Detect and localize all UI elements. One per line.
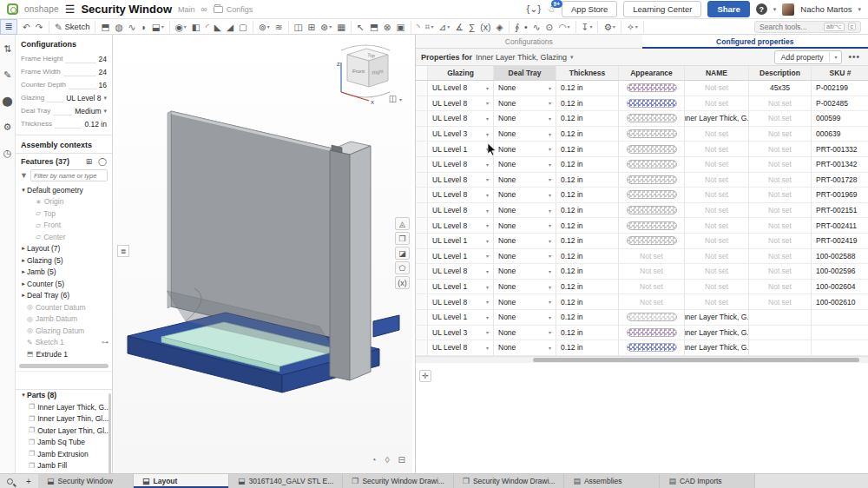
feature-list-flyout-icon[interactable]: ≣: [117, 245, 129, 257]
sku-cell[interactable]: 100-002604: [812, 280, 868, 294]
section-view-icon[interactable]: ◪: [395, 247, 410, 260]
learning-center-button[interactable]: Learning Center: [623, 1, 701, 17]
mirror-icon[interactable]: ◫: [293, 22, 305, 32]
cell-dropdown-caret-icon[interactable]: ▾: [549, 100, 551, 106]
face-pattern-icon[interactable]: ▦: [335, 22, 347, 32]
table-row[interactable]: UL Level 8▾None▾0.12 inNot setNot setP-0…: [416, 96, 868, 112]
appearance-cell[interactable]: Not set: [619, 294, 685, 309]
project-curve-icon[interactable]: ⊙: [544, 22, 556, 32]
cell-dropdown-caret-icon[interactable]: ▾: [549, 176, 551, 182]
draft-icon[interactable]: ◢: [225, 22, 235, 32]
tree-caret-icon[interactable]: ▾: [20, 187, 27, 194]
feature-list-toggle-button[interactable]: ≣: [0, 19, 17, 35]
cell-dropdown-caret-icon[interactable]: ▾: [549, 268, 551, 274]
thickness-cell[interactable]: 0.12 in: [556, 142, 619, 156]
glazing-cell[interactable]: UL Level 8▾: [428, 294, 494, 309]
name-cell[interactable]: Not set: [685, 96, 749, 111]
add-row-button[interactable]: ✛: [419, 370, 431, 382]
description-cell[interactable]: [749, 310, 812, 325]
appearance-cell[interactable]: [619, 340, 685, 355]
user-name[interactable]: Nacho Martos: [800, 4, 852, 14]
dropdown-caret-icon[interactable]: ▾: [613, 23, 615, 30]
column-header-deal-tray[interactable]: Deal Tray: [494, 66, 556, 80]
sku-cell[interactable]: PRT-001728: [812, 173, 868, 188]
part-list-item[interactable]: ❐Outer Layer Thin, Gl...: [16, 425, 112, 437]
dropdown-caret-icon[interactable]: ▾: [329, 23, 332, 30]
modify-fillet-icon[interactable]: ◝: [415, 22, 422, 32]
cell-dropdown-caret-icon[interactable]: ▾: [486, 238, 489, 244]
description-cell[interactable]: Not set: [749, 111, 812, 126]
table-row[interactable]: UL Level 8▾None▾0.12 inNot setNot setPRT…: [416, 157, 868, 173]
appearance-swatch[interactable]: [627, 145, 677, 154]
cell-dropdown-caret-icon[interactable]: ▾: [549, 208, 551, 214]
add-property-caret-icon[interactable]: ▾: [829, 52, 841, 62]
cell-dropdown-caret-icon[interactable]: ▾: [549, 146, 551, 152]
appearance-cell[interactable]: [619, 157, 685, 172]
thickness-cell[interactable]: 0.12 in: [556, 310, 619, 325]
description-cell[interactable]: Not set: [749, 127, 812, 142]
column-header-appearance[interactable]: Appearance: [619, 66, 685, 80]
table-row[interactable]: UL Level 1▾None▾0.12 inNot setNot setNot…: [416, 280, 868, 295]
cell-dropdown-caret-icon[interactable]: ▾: [549, 329, 551, 335]
row-handle[interactable]: [416, 234, 428, 248]
thickness-cell[interactable]: 0.12 in: [556, 203, 619, 218]
measure-icon[interactable]: ∡: [453, 22, 464, 32]
column-header-sku-[interactable]: SKU #: [812, 66, 868, 80]
sku-cell[interactable]: [812, 310, 868, 325]
feature-tree-item[interactable]: ▸Jamb (5): [16, 267, 112, 279]
table-row[interactable]: UL Level 8▾None▾0.12 inNot setNot setPRT…: [416, 188, 868, 203]
doc-tab-security-window-drawi-[interactable]: ❐Security Window Drawi...: [454, 474, 565, 488]
cell-dropdown-caret-icon[interactable]: ▾: [549, 192, 551, 198]
dropdown-caret-icon[interactable]: ▾: [635, 23, 638, 30]
mass-properties-icon[interactable]: ∑: [467, 22, 477, 32]
glazing-cell[interactable]: UL Level 8▾: [428, 340, 494, 355]
table-row[interactable]: UL Level 1▾None▾0.12 inNot setNot setPRT…: [416, 234, 868, 249]
param-value[interactable]: Medium▾: [75, 107, 107, 115]
dropdown-caret-icon[interactable]: ▾: [267, 23, 270, 30]
table-row[interactable]: UL Level 3▾None▾0.12 inNot setNot set000…: [416, 127, 868, 142]
table-row[interactable]: UL Level 1▾None▾0.12 inInner Layer Thick…: [416, 310, 868, 326]
appearance-cell[interactable]: Not set: [619, 264, 685, 279]
feature-tree-item[interactable]: ▱Center: [16, 231, 112, 243]
row-handle[interactable]: [416, 326, 428, 340]
cell-dropdown-caret-icon[interactable]: ▾: [486, 222, 489, 228]
part-list-item[interactable]: ❐Inner Layer Thin, Gl...: [16, 413, 112, 425]
appearance-cell[interactable]: [619, 127, 685, 142]
param-value[interactable]: 16: [99, 81, 107, 89]
column-header-glazing[interactable]: Glazing: [428, 66, 494, 80]
deal-tray-cell[interactable]: None▾: [494, 173, 556, 188]
sketch-icon[interactable]: ✎Sketch: [53, 22, 92, 32]
name-cell[interactable]: Not set: [685, 173, 749, 188]
cell-dropdown-caret-icon[interactable]: ▾: [486, 299, 489, 305]
thickness-cell[interactable]: 0.12 in: [556, 326, 619, 340]
table-row[interactable]: UL Level 8▾None▾0.12 inInner Layer Thick…: [416, 111, 868, 127]
name-cell[interactable]: Not set: [685, 249, 749, 264]
feature-tree-item[interactable]: ▸Deal Tray (6): [16, 290, 112, 302]
feature-tree-item[interactable]: ▸Layout (7): [16, 243, 112, 255]
deal-tray-cell[interactable]: None▾: [494, 203, 556, 218]
deal-tray-cell[interactable]: None▾: [494, 81, 556, 96]
description-cell[interactable]: Not set: [749, 173, 812, 188]
cell-dropdown-caret-icon[interactable]: ▾: [549, 299, 551, 305]
part-list-item[interactable]: ❐Jamb Extrusion: [16, 448, 112, 460]
rib-icon[interactable]: ≋: [273, 22, 285, 32]
glazing-cell[interactable]: UL Level 8▾: [428, 264, 494, 279]
view-options-icon[interactable]: ◫ ▾: [389, 94, 402, 103]
description-cell[interactable]: Not set: [749, 280, 812, 294]
render-mode-icon[interactable]: ◔: [372, 455, 377, 465]
description-cell[interactable]: Not set: [749, 203, 812, 218]
perspective-icon[interactable]: ◊: [385, 455, 390, 465]
glazing-cell[interactable]: UL Level 8▾: [428, 96, 494, 111]
appearance-cell[interactable]: [619, 218, 685, 233]
insights-icon[interactable]: ✧▾: [625, 22, 640, 32]
description-cell[interactable]: Not set: [749, 142, 812, 156]
name-cell[interactable]: Inner Layer Thick, G...: [685, 326, 749, 340]
sku-cell[interactable]: 100-002610: [812, 294, 868, 309]
appearance-cell[interactable]: [619, 142, 685, 156]
tree-caret-icon[interactable]: ▸: [20, 257, 27, 264]
linear-pattern-icon[interactable]: ⊞: [306, 22, 318, 32]
panel-configurations-icon[interactable]: ⇅: [3, 43, 11, 55]
hole-icon[interactable]: ⊚▾: [257, 22, 272, 32]
appearance-swatch[interactable]: [627, 236, 677, 245]
cell-dropdown-caret-icon[interactable]: ▾: [486, 208, 489, 214]
